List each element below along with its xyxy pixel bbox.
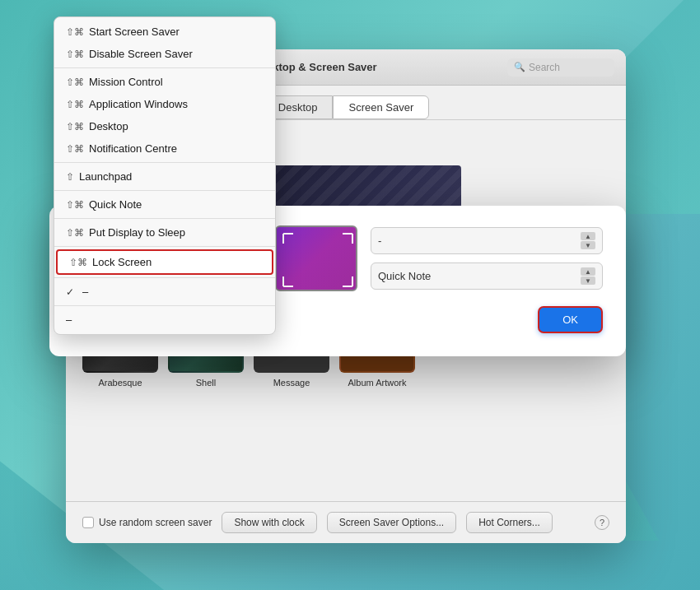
menu-item-check-dash[interactable]: ✓ – <box>54 281 275 303</box>
random-saver-label: Use random screen saver <box>99 517 212 528</box>
menu-separator-1 <box>54 67 275 68</box>
menu-item-notification-centre[interactable]: ⇧⌘ Notification Centre <box>54 137 275 160</box>
panel-right-bottom-value: Quick Note <box>378 270 431 282</box>
menu-item-disable-screen-saver[interactable]: ⇧⌘ Disable Screen Saver <box>54 43 275 65</box>
panel-right-top-dropdown[interactable]: - ▲ ▼ <box>371 227 603 254</box>
key-combo-9: ⇧⌘ <box>66 227 84 239</box>
key-combo-10: ⇧⌘ <box>69 257 87 268</box>
menu-item-lock-screen[interactable]: ⇧⌘ Lock Screen <box>56 249 273 275</box>
key-combo-8: ⇧⌘ <box>66 199 84 211</box>
bottom-bar: Use random screen saver Show with clock … <box>66 501 626 543</box>
menu-separator-5 <box>54 246 275 247</box>
search-bar[interactable]: 🔍 Search <box>507 58 614 77</box>
random-saver-checkbox[interactable] <box>82 517 94 528</box>
menu-label-notification-centre: Notification Centre <box>89 142 177 155</box>
menu-separator-4 <box>54 218 275 219</box>
key-combo-6: ⇧⌘ <box>66 143 84 155</box>
thumb-album-label: Album Artwork <box>348 378 407 388</box>
menu-item-application-windows[interactable]: ⇧⌘ Application Windows <box>54 93 275 115</box>
menu-label-launchpad: Launchpad <box>79 170 132 183</box>
hot-corners-label: Hot Corners... <box>478 517 540 528</box>
key-combo-5: ⇧⌘ <box>66 121 84 132</box>
menu-label-lock-screen: Lock Screen <box>92 256 152 268</box>
right-top-stepper[interactable]: ▲ ▼ <box>581 232 595 249</box>
panel-right-dropdowns: - ▲ ▼ Quick Note ▲ ▼ <box>371 227 603 290</box>
thumb-arabesque-label: Arabesque <box>98 378 142 388</box>
show-clock-label: Show with clock <box>234 517 304 528</box>
right-bottom-stepper[interactable]: ▲ ▼ <box>581 267 595 285</box>
panel-preview-thumbnail <box>275 225 357 291</box>
menu-item-launchpad[interactable]: ⇧ Launchpad <box>54 165 275 188</box>
menu-label-start-screen-saver: Start Screen Saver <box>89 26 180 38</box>
menu-separator-2 <box>54 162 275 163</box>
menu-label-quick-note: Quick Note <box>89 198 142 211</box>
help-label: ? <box>600 518 604 527</box>
screen-saver-options-button[interactable]: Screen Saver Options... <box>327 512 456 533</box>
menu-separator-3 <box>54 190 275 191</box>
right-bottom-stepper-up[interactable]: ▲ <box>581 267 595 276</box>
hot-corners-button[interactable]: Hot Corners... <box>466 512 553 533</box>
panel-right-bottom-dropdown[interactable]: Quick Note ▲ ▼ <box>371 262 603 290</box>
menu-label-application-windows: Application Windows <box>89 98 188 110</box>
key-combo-3: ⇧⌘ <box>66 77 84 88</box>
corner-arrows-svg <box>277 227 357 291</box>
key-combo-2: ⇧⌘ <box>66 49 84 60</box>
help-button[interactable]: ? <box>595 515 609 530</box>
right-top-stepper-down[interactable]: ▼ <box>581 241 595 249</box>
checkmark-icon: ✓ <box>66 286 77 298</box>
menu-label-desktop: Desktop <box>89 120 128 132</box>
menu-label-mission-control: Mission Control <box>89 76 163 88</box>
menu-item-desktop[interactable]: ⇧⌘ Desktop <box>54 115 275 137</box>
right-top-stepper-up[interactable]: ▲ <box>581 232 595 240</box>
menu-item-dash2[interactable]: – <box>54 309 275 331</box>
key-combo-7: ⇧ <box>66 171 74 183</box>
menu-item-mission-control[interactable]: ⇧⌘ Mission Control <box>54 71 275 93</box>
menu-item-start-screen-saver[interactable]: ⇧⌘ Start Screen Saver <box>54 21 275 43</box>
thumb-message-label: Message <box>273 378 310 388</box>
random-saver-row: Use random screen saver <box>82 517 212 528</box>
key-combo-1: ⇧⌘ <box>66 26 84 38</box>
menu-item-put-display-sleep[interactable]: ⇧⌘ Put Display to Sleep <box>54 221 275 244</box>
menu-label-dash1: – <box>82 286 88 298</box>
menu-label-disable-screen-saver: Disable Screen Saver <box>89 48 193 60</box>
menu-item-quick-note[interactable]: ⇧⌘ Quick Note <box>54 193 275 216</box>
menu-separator-6 <box>54 277 275 278</box>
show-clock-button[interactable]: Show with clock <box>222 512 316 533</box>
menu-label-dash2: – <box>66 314 72 326</box>
search-icon: 🔍 <box>514 62 525 72</box>
menu-separator-7 <box>54 305 275 306</box>
key-combo-4: ⇧⌘ <box>66 99 84 110</box>
screen-saver-options-label: Screen Saver Options... <box>339 517 444 528</box>
ok-button[interactable]: OK <box>538 306 603 333</box>
menu-label-put-display-sleep: Put Display to Sleep <box>89 226 185 239</box>
thumb-shell-label: Shell <box>196 378 216 388</box>
tab-screen-saver[interactable]: Screen Saver <box>333 95 429 119</box>
search-placeholder: Search <box>529 62 560 73</box>
context-menu: ⇧⌘ Start Screen Saver ⇧⌘ Disable Screen … <box>54 16 276 335</box>
panel-right-top-value: - <box>378 235 381 247</box>
right-bottom-stepper-down[interactable]: ▼ <box>581 276 595 285</box>
